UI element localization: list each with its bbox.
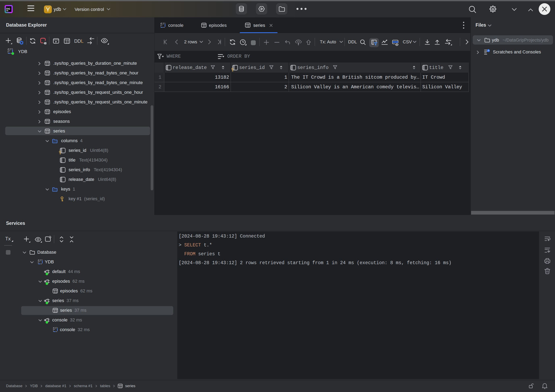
svg-text:DG: DG (6, 7, 10, 10)
